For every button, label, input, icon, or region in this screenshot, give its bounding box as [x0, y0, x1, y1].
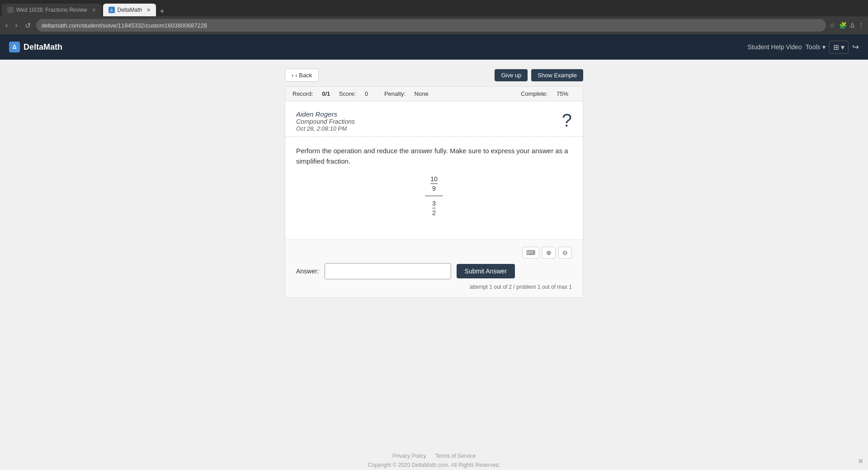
header-tools: Student Help Video Tools ▾ ⊞ ▾ ↪	[747, 41, 859, 54]
reload-button[interactable]: ↺	[23, 19, 33, 32]
back-label: ‹ Back	[295, 72, 312, 79]
terms-of-service-link[interactable]: Terms of Service	[435, 453, 476, 459]
footer-links: Privacy Policy Terms of Service	[0, 453, 868, 459]
record-section: Record: 0/1 Score: 0 Penalty: None	[292, 90, 436, 97]
main-content: ‹ ‹ Back Give up Show Example Record: 0/…	[0, 60, 868, 439]
fraction-denominator: 3 2	[432, 200, 436, 216]
back-nav-button[interactable]: ‹	[4, 19, 9, 31]
tab-favicon-1	[7, 7, 14, 13]
app-logo[interactable]: Δ DeltaMath	[9, 42, 62, 52]
record-bar: Record: 0/1 Score: 0 Penalty: None Compl…	[285, 87, 583, 101]
extension-icon[interactable]: 🧩	[839, 22, 847, 29]
answer-input[interactable]	[325, 263, 451, 279]
top-fraction: 10 9	[430, 175, 438, 192]
score-label: Score:	[339, 90, 356, 97]
tab-title-2: DeltaMath	[118, 7, 142, 13]
footer: Privacy Policy Terms of Service Copyrigh…	[0, 439, 868, 470]
copyright-text: Copyright © 2020 DeltaMath.com. All Righ…	[0, 462, 868, 468]
minus-icon: ⊖	[562, 249, 568, 256]
compound-fraction: 10 9 3 2	[425, 175, 443, 216]
close-corner-icon[interactable]: ✕	[858, 457, 863, 465]
tools-button[interactable]: Tools ▾	[806, 43, 826, 51]
address-icons: ☆ 🧩 Δ ⋮	[830, 22, 864, 29]
keyboard-icon: ⌨	[526, 249, 535, 256]
top-fraction-numerator: 10	[430, 175, 438, 184]
problem-instructions: Perform the operation and reduce the ans…	[296, 146, 572, 166]
student-info: Aiden Rogers Compound Fractions Oct 28, …	[296, 110, 355, 132]
record-value: 0/1	[322, 90, 330, 97]
calculator-dropdown-icon: ▾	[841, 43, 844, 51]
privacy-policy-link[interactable]: Privacy Policy	[392, 453, 426, 459]
answer-label: Answer:	[296, 268, 319, 275]
compound-divider	[425, 196, 443, 196]
complete-label: Complete:	[521, 90, 547, 97]
user-icon: ↪	[852, 42, 859, 52]
profile-icon[interactable]: Δ	[850, 22, 854, 29]
problem-subject: Compound Fractions	[296, 118, 355, 125]
attempt-info: attempt 1 out of 2 / problem 1 out of ma…	[296, 284, 572, 290]
problem-datetime: Oct 28, 2:08:10 PM	[296, 125, 355, 132]
fraction-numerator: 10 9	[430, 175, 438, 192]
complete-section: Complete: 75%	[521, 90, 576, 97]
problem-card: Record: 0/1 Score: 0 Penalty: None Compl…	[285, 86, 583, 298]
help-icon[interactable]: ?	[562, 110, 572, 131]
tab-close-2[interactable]: ✕	[146, 7, 151, 13]
top-fraction-denominator: 9	[432, 184, 436, 192]
address-bar-input[interactable]	[36, 19, 826, 32]
bottom-fraction: 3 2	[432, 200, 436, 216]
give-up-button[interactable]: Give up	[495, 69, 528, 81]
action-buttons: Give up Show Example	[495, 69, 583, 81]
tools-label: Tools	[806, 43, 821, 51]
bottom-fraction-numerator: 3	[432, 200, 436, 208]
tab-deltamath[interactable]: Δ DeltaMath ✕	[103, 4, 156, 16]
user-button[interactable]: ↪	[852, 42, 859, 52]
penalty-value: None	[415, 90, 429, 97]
record-label: Record:	[292, 90, 313, 97]
menu-icon[interactable]: ⋮	[858, 22, 864, 29]
submit-answer-button[interactable]: Submit Answer	[457, 264, 515, 278]
calculator-icon: ⊞	[833, 43, 839, 51]
penalty-label: Penalty:	[384, 90, 406, 97]
answer-toolbar: ⌨ ⊕ ⊖	[296, 247, 572, 258]
student-help-label: Student Help Video	[747, 43, 802, 51]
show-example-button[interactable]: Show Example	[531, 69, 583, 81]
zoom-out-button[interactable]: ⊖	[558, 247, 572, 258]
plus-icon: ⊕	[546, 249, 552, 256]
tab-close-1[interactable]: ✕	[92, 7, 96, 13]
back-arrow-icon: ‹	[292, 72, 293, 79]
complete-value: 75%	[557, 90, 568, 97]
action-bar: ‹ ‹ Back Give up Show Example	[285, 69, 583, 82]
student-name: Aiden Rogers	[296, 110, 355, 118]
keyboard-toggle-button[interactable]: ⌨	[522, 247, 539, 258]
back-button[interactable]: ‹ ‹ Back	[285, 69, 319, 82]
score-value: 0	[365, 90, 368, 97]
new-tab-button[interactable]: +	[156, 7, 168, 16]
tools-dropdown-icon: ▾	[822, 43, 826, 51]
fraction-display: 10 9 3 2	[296, 175, 572, 216]
problem-body: Perform the operation and reduce the ans…	[285, 137, 583, 239]
answer-row: Answer: Submit Answer	[296, 263, 572, 279]
bookmark-icon[interactable]: ☆	[830, 22, 835, 29]
tab-fractions-review[interactable]: Wed 10/28: Fractions Review ✕	[2, 4, 101, 16]
logo-icon: Δ	[9, 42, 20, 52]
student-help-video-button[interactable]: Student Help Video	[747, 43, 802, 51]
forward-nav-button[interactable]: ›	[13, 19, 19, 31]
app-name: DeltaMath	[24, 42, 62, 52]
answer-section: ⌨ ⊕ ⊖ Answer: Submit Answer attempt 1 ou…	[285, 239, 583, 297]
bottom-fraction-denominator: 2	[432, 208, 436, 216]
tab-title-1: Wed 10/28: Fractions Review	[16, 7, 87, 13]
tab-favicon-2: Δ	[108, 7, 115, 13]
problem-header: Aiden Rogers Compound Fractions Oct 28, …	[285, 101, 583, 137]
calculator-button[interactable]: ⊞ ▾	[829, 41, 849, 54]
zoom-in-button[interactable]: ⊕	[542, 247, 556, 258]
